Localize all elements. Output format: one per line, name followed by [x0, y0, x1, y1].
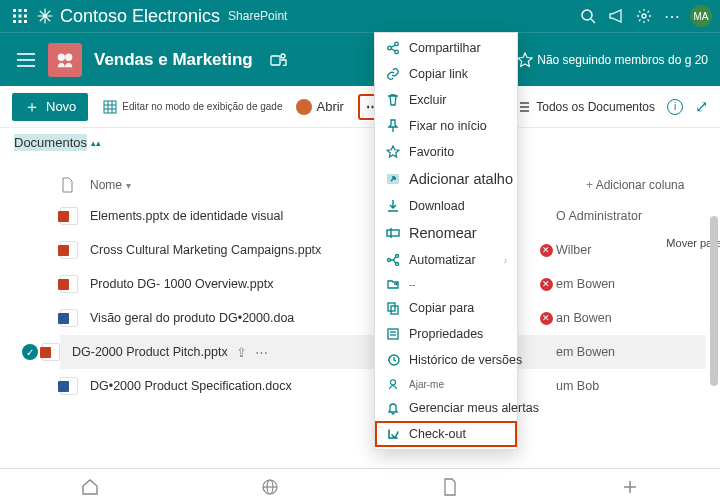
menu-item-label: Check-out: [409, 427, 466, 441]
menu-item-copy[interactable]: Copiar para: [375, 295, 517, 321]
menu-item-history[interactable]: Histórico de versões: [375, 347, 517, 373]
powerpoint-file-icon: [60, 207, 78, 225]
svg-line-10: [591, 19, 595, 23]
menu-item-flow[interactable]: Automatizar›: [375, 247, 517, 273]
share-row-icon[interactable]: ⇪: [236, 345, 247, 360]
modified-by-cell: O Administrator: [556, 209, 706, 223]
menu-item-label: Compartilhar: [409, 41, 481, 55]
menu-item-label: Renomear: [409, 225, 477, 241]
context-menu: CompartilharCopiar linkExcluirFixar no i…: [374, 32, 518, 450]
search-icon[interactable]: [574, 2, 602, 30]
svg-point-30: [395, 42, 399, 46]
nav-toggle-icon[interactable]: [12, 46, 40, 74]
add-icon[interactable]: [619, 476, 641, 498]
page-icon[interactable]: [439, 476, 461, 498]
sync-error-icon: ✕: [540, 278, 553, 291]
svg-rect-17: [271, 56, 280, 65]
tenant-name: Contoso Electronics: [60, 6, 220, 27]
open-button[interactable]: Abrir: [296, 99, 343, 115]
document-list: Nome▾ lifted By▾ + Adicionar coluna Elem…: [0, 153, 720, 403]
svg-point-32: [395, 50, 399, 54]
menu-item-move[interactable]: --: [375, 273, 517, 295]
app-launcher-icon[interactable]: [8, 4, 32, 28]
chevron-down-icon: ▾: [126, 180, 131, 191]
open-icon: [296, 99, 312, 115]
mobile-nav-bar: [0, 468, 720, 504]
modified-by-cell: um Bob: [556, 379, 706, 393]
word-file-icon: [60, 309, 78, 327]
breadcrumb-current[interactable]: Documentos: [14, 134, 87, 151]
menu-item-rename[interactable]: Renomear: [375, 219, 517, 247]
svg-rect-34: [387, 230, 399, 236]
expand-icon[interactable]: ⤢: [695, 97, 708, 116]
settings-icon[interactable]: [630, 2, 658, 30]
edit-grid-button[interactable]: Editar no modo de exibição de gade: [102, 99, 282, 115]
menu-item-pin[interactable]: Fixar no início: [375, 113, 517, 139]
menu-item-bell[interactable]: Gerenciar meus alertas: [375, 395, 517, 421]
sync-error-icon: ✕: [540, 244, 553, 257]
menu-item-label: Copiar para: [409, 301, 474, 315]
trash-icon: [385, 92, 401, 108]
copy-icon: [385, 300, 401, 316]
menu-item-share[interactable]: Compartilhar: [375, 35, 517, 61]
menu-item-label: --: [409, 279, 416, 290]
modified-by-cell: an Bowen: [556, 311, 706, 325]
sync-error-icon: ✕: [540, 312, 553, 325]
link-icon: [385, 66, 401, 82]
menu-item-shortcut[interactable]: Adicionar atalho: [375, 165, 517, 193]
more-icon[interactable]: ⋯: [658, 2, 686, 30]
alert-icon: [385, 376, 401, 392]
svg-point-9: [582, 10, 592, 20]
menu-item-checkout[interactable]: Check-out: [375, 421, 517, 447]
checkout-icon: [385, 426, 401, 442]
row-more-icon[interactable]: ⋯: [255, 345, 268, 360]
info-pane-icon[interactable]: i: [667, 99, 683, 115]
site-header: Vendas e Marketing Não seguindo membros …: [0, 32, 720, 86]
megaphone-icon[interactable]: [602, 2, 630, 30]
svg-rect-0: [13, 9, 16, 12]
svg-rect-8: [24, 20, 27, 23]
menu-item-label: Gerenciar meus alertas: [409, 401, 539, 415]
powerpoint-file-icon: [60, 275, 78, 293]
site-logo[interactable]: [48, 43, 82, 77]
menu-item-trash[interactable]: Excluir: [375, 87, 517, 113]
new-button[interactable]: ＋Novo: [12, 93, 88, 121]
teams-icon[interactable]: [267, 48, 291, 72]
menu-item-props[interactable]: Propriedades: [375, 321, 517, 347]
menu-item-label: Histórico de versões: [409, 353, 522, 367]
menu-item-star[interactable]: Favorito: [375, 139, 517, 165]
modified-by-cell: em Bowen: [556, 345, 706, 359]
command-bar: ＋Novo Editar no modo de exibição de gade…: [0, 86, 720, 128]
svg-rect-19: [104, 101, 116, 113]
powerpoint-file-icon: [42, 343, 60, 361]
user-avatar[interactable]: MA: [690, 5, 712, 27]
tenant-logo-icon: [36, 7, 54, 25]
svg-rect-3: [13, 15, 16, 18]
menu-item-link[interactable]: Copiar link: [375, 61, 517, 87]
home-icon[interactable]: [79, 476, 101, 498]
svg-point-38: [396, 263, 399, 266]
column-type[interactable]: [60, 177, 90, 193]
add-column[interactable]: + Adicionar coluna: [586, 178, 706, 192]
svg-rect-5: [24, 15, 27, 18]
menu-item-alert[interactable]: Ajar-me: [375, 373, 517, 395]
follow-status[interactable]: Não seguindo membros do g 20: [517, 52, 708, 68]
scrollbar-thumb[interactable]: [710, 216, 718, 386]
svg-rect-6: [13, 20, 16, 23]
bell-icon: [385, 400, 401, 416]
menu-item-label: Fixar no início: [409, 119, 487, 133]
share-icon: [385, 40, 401, 56]
svg-rect-4: [19, 15, 22, 18]
row-checked-icon[interactable]: ✓: [22, 344, 38, 360]
globe-icon[interactable]: [259, 476, 281, 498]
props-icon: [385, 326, 401, 342]
menu-item-label: Excluir: [409, 93, 447, 107]
star-icon: [385, 144, 401, 160]
view-selector[interactable]: Todos os Documentos: [516, 100, 655, 114]
menu-item-label: Adicionar atalho: [409, 171, 513, 187]
menu-item-download[interactable]: Download: [375, 193, 517, 219]
svg-point-16: [65, 53, 72, 60]
svg-rect-41: [388, 329, 398, 339]
flow-icon: [385, 252, 401, 268]
move-icon: [385, 276, 401, 292]
